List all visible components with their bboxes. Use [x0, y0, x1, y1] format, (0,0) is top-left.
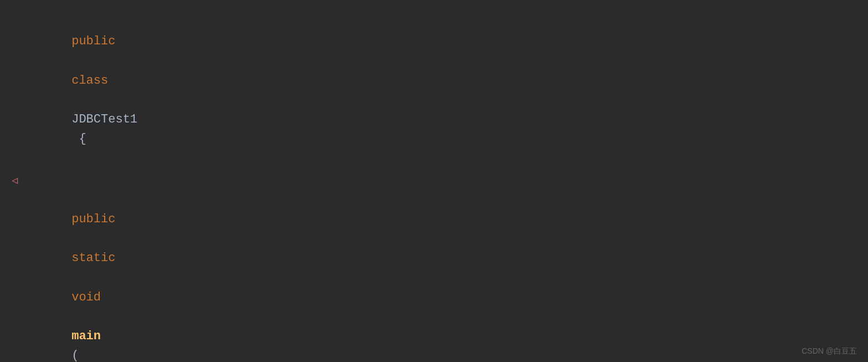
gutter-2: ◁: [0, 173, 22, 189]
keyword-class: class: [71, 74, 108, 88]
classname: JDBCTest1: [71, 113, 137, 126]
line-content-1: public class JDBCTest1 {: [22, 12, 868, 169]
code-line-2: ◁ public static void main ( String [] ar…: [0, 170, 868, 363]
keyword-static: static: [71, 251, 115, 265]
keyword-void: void: [71, 290, 101, 304]
code-line-1: public class JDBCTest1 {: [0, 11, 868, 170]
method-main: main: [71, 329, 101, 343]
watermark: CSDN @白豆五: [802, 346, 857, 356]
keyword-public: public: [71, 34, 115, 48]
line-content-2: public static void main ( String [] args…: [22, 171, 868, 363]
code-editor: public class JDBCTest1 { ◁ public static…: [0, 0, 868, 362]
breakpoint-arrow-icon: ◁: [12, 173, 18, 189]
keyword-public2: public: [71, 212, 115, 226]
